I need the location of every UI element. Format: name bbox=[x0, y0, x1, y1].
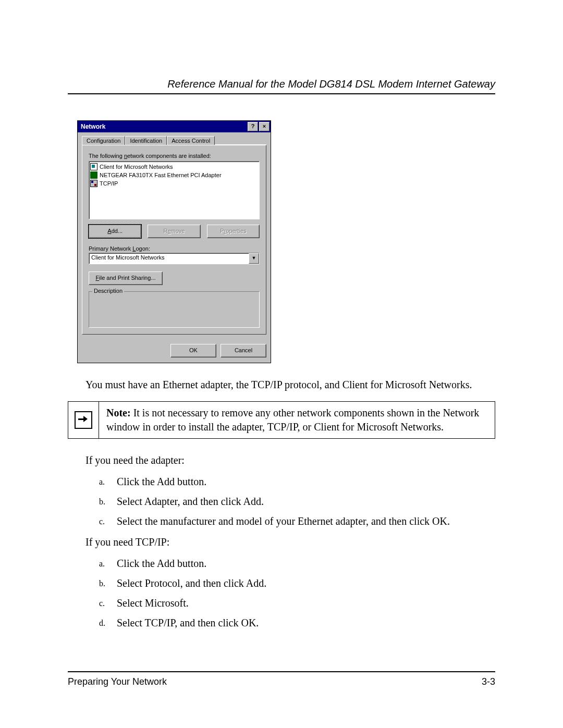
tab-configuration[interactable]: Configuration bbox=[82, 136, 125, 145]
primary-logon-dropdown[interactable]: Client for Microsoft Networks ▼ bbox=[89, 253, 260, 264]
adapter-steps: Click the Add button. Select Adapter, an… bbox=[68, 472, 495, 531]
tab-page-configuration: The following network components are ins… bbox=[82, 145, 266, 335]
description-group: Description bbox=[89, 291, 260, 328]
adapter-heading: If you need the adapter: bbox=[85, 453, 495, 467]
footer-section: Preparing Your Network bbox=[68, 676, 167, 687]
list-item: Click the Add button. bbox=[99, 553, 495, 573]
tab-identification[interactable]: Identification bbox=[125, 136, 167, 145]
list-item: Select Adapter, and then click Add. bbox=[99, 491, 495, 511]
tab-access-control[interactable]: Access Control bbox=[167, 136, 215, 145]
header-rule bbox=[68, 93, 495, 94]
ok-button[interactable]: OK bbox=[170, 344, 216, 357]
primary-logon-label: Primary Network Logon: bbox=[89, 245, 260, 252]
components-label: The following network components are ins… bbox=[89, 153, 260, 159]
file-print-sharing-button[interactable]: File and Print Sharing... bbox=[89, 272, 163, 285]
list-item: Select the manufacturer and model of you… bbox=[99, 511, 495, 531]
remove-button[interactable]: Remove bbox=[148, 225, 200, 238]
arrow-right-icon bbox=[75, 411, 92, 429]
footer-page: 3-3 bbox=[482, 676, 495, 687]
list-item[interactable]: TCP/IP bbox=[90, 179, 258, 188]
list-item: Select TCP/IP, and then click OK. bbox=[99, 613, 495, 633]
dialog-title: Network bbox=[81, 123, 105, 130]
doc-header-title: Reference Manual for the Model DG814 DSL… bbox=[68, 78, 495, 90]
help-button[interactable]: ? bbox=[248, 122, 258, 131]
list-item: Select Protocol, and then click Add. bbox=[99, 573, 495, 593]
tcpip-steps: Click the Add button. Select Protocol, a… bbox=[68, 553, 495, 633]
adapter-icon bbox=[90, 171, 97, 179]
protocol-icon bbox=[90, 180, 97, 187]
close-button[interactable]: × bbox=[259, 122, 270, 131]
chevron-down-icon[interactable]: ▼ bbox=[249, 253, 259, 264]
dialog-titlebar[interactable]: Network ? × bbox=[78, 121, 271, 132]
list-item: Click the Add button. bbox=[99, 472, 495, 491]
network-dialog: Network ? × Configuration Identification… bbox=[77, 120, 271, 363]
list-item[interactable]: NETGEAR FA310TX Fast Ethernet PCI Adapte… bbox=[90, 171, 258, 179]
properties-button[interactable]: Properties bbox=[207, 225, 260, 238]
add-button[interactable]: Add... bbox=[89, 225, 141, 238]
note-box: Note: It is not necessary to remove any … bbox=[68, 401, 495, 439]
description-legend: Description bbox=[92, 288, 124, 294]
note-text: Note: It is not necessary to remove any … bbox=[99, 402, 495, 438]
dialog-tabs: Configuration Identification Access Cont… bbox=[82, 135, 266, 145]
tcpip-heading: If you need TCP/IP: bbox=[85, 535, 495, 549]
primary-logon-value: Client for Microsoft Networks bbox=[89, 253, 249, 264]
list-item: Select Microsoft. bbox=[99, 593, 495, 613]
footer-rule bbox=[68, 671, 495, 672]
components-listbox[interactable]: Client for Microsoft Networks NETGEAR FA… bbox=[89, 161, 260, 219]
client-icon bbox=[90, 163, 97, 170]
intro-text: You must have an Ethernet adapter, the T… bbox=[85, 378, 495, 392]
cancel-button[interactable]: Cancel bbox=[221, 344, 266, 357]
list-item[interactable]: Client for Microsoft Networks bbox=[90, 163, 258, 171]
